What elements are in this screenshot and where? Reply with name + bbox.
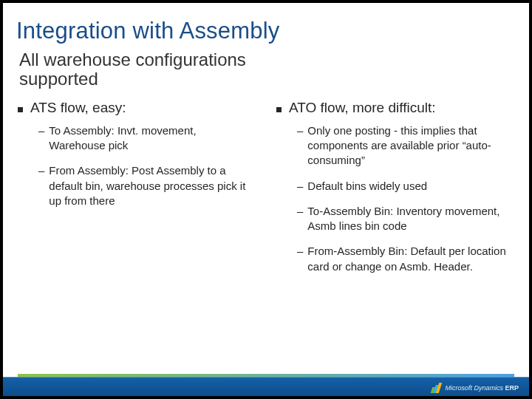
brand-suffix: ERP xyxy=(505,384,519,392)
dash-icon: – xyxy=(38,123,44,138)
slide-subtitle: All warehouse configurations supported xyxy=(3,49,284,97)
list-item: – Default bins widely used xyxy=(297,179,513,194)
dash-icon: – xyxy=(297,204,303,219)
dash-icon: – xyxy=(297,244,303,259)
left-column: ATS flow, easy: – To Assembly: Invt. mov… xyxy=(10,100,263,284)
left-heading-text: ATS flow, easy: xyxy=(30,100,126,116)
dynamics-icon xyxy=(432,383,442,393)
dash-icon: – xyxy=(297,179,303,194)
list-item: – To Assembly: Invt. movement, Warehouse… xyxy=(38,123,254,154)
right-column: ATO flow, more difficult: – Only one pos… xyxy=(269,100,522,284)
list-item-text: To Assembly: Invt. movement, Warehouse p… xyxy=(49,123,254,154)
brand-name: Microsoft Dynamics xyxy=(445,384,503,392)
left-heading: ATS flow, easy: xyxy=(18,100,263,116)
right-heading-text: ATO flow, more difficult: xyxy=(289,100,436,116)
dash-icon: – xyxy=(297,123,303,138)
content-columns: ATS flow, easy: – To Assembly: Invt. mov… xyxy=(3,97,529,284)
list-item: – From-Assembly Bin: Default per locatio… xyxy=(297,244,513,274)
bullet-square-icon xyxy=(18,107,23,112)
bullet-square-icon xyxy=(276,107,282,112)
list-item: – To-Assembly Bin: Inventory movement, A… xyxy=(297,204,513,234)
list-item-text: From Assembly: Post Assembly to a defaul… xyxy=(49,163,254,208)
list-item: – From Assembly: Post Assembly to a defa… xyxy=(38,163,254,208)
slide-title: Integration with Assembly xyxy=(3,3,529,49)
list-item: – Only one posting - this implies that c… xyxy=(297,123,513,168)
slide: Integration with Assembly All warehouse … xyxy=(3,3,529,396)
list-item-text: Only one posting - this implies that com… xyxy=(307,123,513,168)
list-item-text: Default bins widely used xyxy=(307,179,427,194)
list-item-text: To-Assembly Bin: Inventory movement, Asm… xyxy=(307,204,513,234)
dash-icon: – xyxy=(38,163,44,178)
right-heading: ATO flow, more difficult: xyxy=(276,100,522,116)
footer-bar: Microsoft Dynamics ERP xyxy=(3,377,529,396)
brand-logo: Microsoft Dynamics ERP xyxy=(432,383,519,393)
list-item-text: From-Assembly Bin: Default per location … xyxy=(307,244,513,274)
